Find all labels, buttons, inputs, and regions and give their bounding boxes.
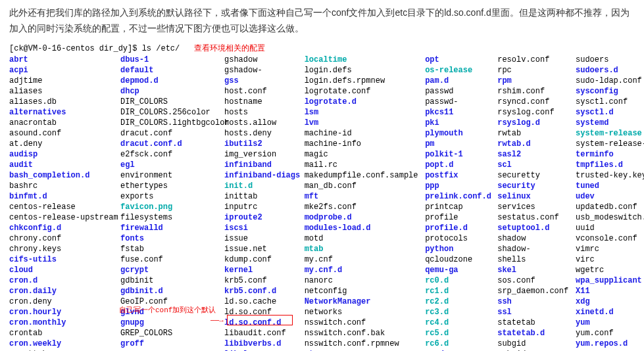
file-entry: selinux bbox=[497, 191, 576, 202]
intro-text: 此外还有把我们库的路径加入到系统的默认路径下，或者像下面这种自己写一个conf文… bbox=[0, 0, 644, 41]
file-entry: modules-load.d bbox=[305, 223, 425, 233]
file-entry: nanorc bbox=[305, 275, 425, 286]
file-entry: DIR_COLORS.lightbgcolor bbox=[120, 118, 224, 128]
file-entry: my.cnf.d bbox=[305, 265, 425, 275]
file-entry: yum.conf bbox=[576, 328, 635, 339]
file-entry: dracut.conf bbox=[120, 128, 224, 139]
file-entry: cron.daily bbox=[9, 286, 120, 296]
file-entry: yum.repos.d bbox=[576, 339, 635, 349]
file-entry: krb5.conf.d bbox=[224, 286, 305, 296]
file-entry: firewalld bbox=[120, 223, 224, 233]
file-entry: X11 bbox=[576, 286, 635, 296]
file-entry: man_db.conf bbox=[305, 181, 425, 191]
file-entry: inputrc bbox=[224, 202, 305, 212]
file-entry: srp_daemon.conf bbox=[497, 286, 576, 296]
file-entry: networks bbox=[305, 307, 425, 317]
file-entry: favicon.png bbox=[120, 202, 224, 212]
ls-output: abrtacpiadjtimealiasesaliases.dbalternat… bbox=[9, 55, 635, 351]
file-entry: localtime bbox=[305, 55, 425, 65]
file-entry: dracut.conf.d bbox=[120, 139, 224, 149]
file-entry: cifs-utils bbox=[9, 254, 120, 265]
file-entry: DIR_COLORS.256color bbox=[120, 107, 224, 118]
file-entry: krb5.conf bbox=[224, 275, 305, 286]
file-entry: prelink.conf.d bbox=[425, 191, 497, 202]
arrow-icon: ──→ bbox=[211, 316, 224, 326]
file-entry: rsyncd.conf bbox=[497, 97, 576, 107]
file-entry: systemd bbox=[576, 118, 635, 128]
file-entry: mtab bbox=[305, 244, 425, 254]
file-entry: libibverbs.d bbox=[224, 339, 305, 349]
file-entry: services bbox=[497, 202, 576, 212]
file-entry: terminfo bbox=[576, 149, 635, 160]
file-entry: rc6.d bbox=[425, 339, 497, 349]
file-entry: adjtime bbox=[9, 76, 120, 86]
file-entry: nsswitch.conf bbox=[305, 317, 425, 328]
file-entry: chkconfig.d bbox=[9, 223, 120, 233]
file-entry: inittab bbox=[224, 191, 305, 202]
file-entry: machine-id bbox=[305, 128, 425, 139]
file-entry: crontab bbox=[9, 328, 120, 339]
file-entry: centos-release bbox=[9, 202, 120, 212]
file-entry: asound.conf bbox=[9, 128, 120, 139]
file-entry: hosts.deny bbox=[224, 128, 305, 139]
file-entry: tmpfiles.d bbox=[576, 160, 635, 170]
file-entry: logrotate.d bbox=[305, 97, 425, 107]
file-entry: opt bbox=[425, 55, 497, 65]
file-entry: DIR_COLORS bbox=[120, 97, 224, 107]
file-entry: yum bbox=[576, 317, 635, 328]
file-entry: machine-info bbox=[305, 139, 425, 149]
file-entry: virc bbox=[576, 254, 635, 265]
file-entry: passwd bbox=[425, 86, 497, 97]
file-entry: setuptool.d bbox=[497, 223, 576, 233]
file-entry: usb_modeswitch.conf bbox=[576, 212, 635, 223]
file-entry: rc3.d bbox=[425, 307, 497, 317]
file-entry: dhcp bbox=[120, 86, 224, 97]
file-entry: fuse.conf bbox=[120, 254, 224, 265]
file-entry: postfix bbox=[425, 170, 497, 181]
file-entry: sysctl.d bbox=[576, 107, 635, 118]
ls-column: optos-releasepam.dpasswdpasswd-pkcs11pki… bbox=[425, 55, 497, 351]
file-entry: uuid bbox=[576, 223, 635, 233]
file-entry: binfmt.d bbox=[9, 191, 120, 202]
file-entry: securetty bbox=[497, 170, 576, 181]
prompt-line-1: [ck@VM-0-16-centos dir_dy]$ ls /etc/ 查看环… bbox=[9, 43, 635, 54]
file-entry: skel bbox=[497, 265, 576, 275]
file-entry: system-release-cpe bbox=[576, 139, 635, 149]
file-entry: updatedb.conf bbox=[576, 202, 635, 212]
file-entry: rwtab bbox=[497, 128, 576, 139]
file-entry: default bbox=[120, 65, 224, 76]
file-entry: init.d bbox=[224, 181, 305, 191]
file-entry: tuned bbox=[576, 181, 635, 191]
file-entry: statetab.d bbox=[497, 328, 576, 339]
file-entry: kernel bbox=[224, 265, 305, 275]
file-entry: pam.d bbox=[425, 76, 497, 86]
file-entry: acpi bbox=[9, 65, 120, 76]
file-entry: at.deny bbox=[9, 139, 120, 149]
file-entry: rc1.d bbox=[425, 286, 497, 296]
file-entry: depmod.d bbox=[120, 76, 224, 86]
ls-column: abrtacpiadjtimealiasesaliases.dbalternat… bbox=[9, 55, 120, 351]
file-entry: cron.deny bbox=[9, 296, 120, 307]
file-entry: udev bbox=[576, 191, 635, 202]
file-entry: rpc bbox=[497, 65, 576, 76]
file-entry: popt.d bbox=[425, 160, 497, 170]
file-entry: shadow bbox=[497, 233, 576, 244]
file-entry: gdbinit.d bbox=[120, 286, 224, 296]
file-entry: nsswitch.conf.rpmnew bbox=[305, 339, 425, 349]
file-entry: groff bbox=[120, 339, 224, 349]
file-entry: infiniband-diags bbox=[224, 170, 305, 181]
file-entry: sos.conf bbox=[497, 275, 576, 286]
file-entry: vimrc bbox=[576, 244, 635, 254]
file-entry: dbus-1 bbox=[120, 55, 224, 65]
file-entry: anacrontab bbox=[9, 118, 120, 128]
file-entry: cloud bbox=[9, 265, 120, 275]
file-entry: rshim.conf bbox=[497, 86, 576, 97]
file-entry: rc0.d bbox=[425, 275, 497, 286]
file-entry: bash_completion.d bbox=[9, 170, 120, 181]
file-entry: protocols bbox=[425, 233, 497, 244]
file-entry: nsswitch.conf.bak bbox=[305, 328, 425, 339]
file-entry: fonts bbox=[120, 233, 224, 244]
file-entry: ppp bbox=[425, 181, 497, 191]
file-entry: mail.rc bbox=[305, 160, 425, 170]
file-entry: cron.monthly bbox=[9, 317, 120, 328]
